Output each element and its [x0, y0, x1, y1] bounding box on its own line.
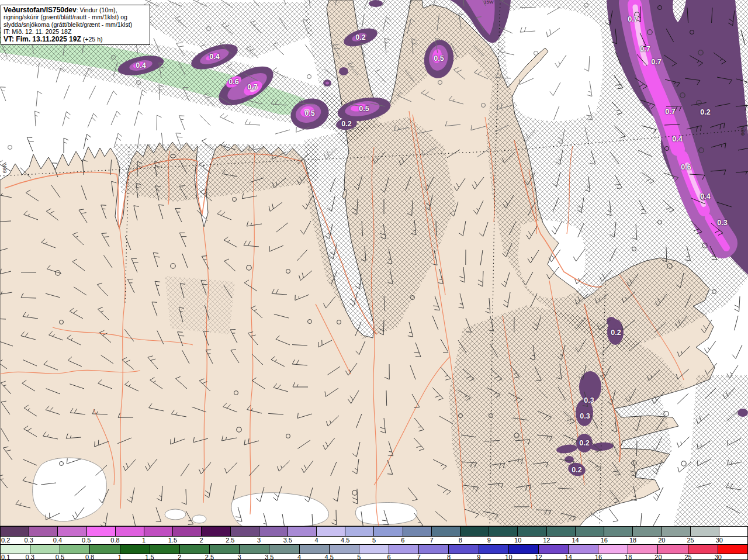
precip-value: 0.6 — [681, 163, 691, 171]
colorbar-tick-label: 14 — [572, 537, 579, 544]
colorbar-tick-label: 30 — [716, 537, 723, 544]
colorbar-tick-label: 2 — [200, 537, 203, 544]
valid-time: VT: Fim. 13.11.2025 19Z (+25 h) — [4, 36, 148, 43]
colorbar-cell — [90, 545, 120, 554]
colorbar-cell — [718, 545, 748, 554]
colorbar-cell — [240, 545, 269, 554]
precip-value: 0.2 — [700, 108, 710, 116]
colorbar-tick-label: 1 — [142, 537, 146, 544]
colorbar-cell — [116, 527, 144, 536]
colorbar-tick-label: 3.5 — [265, 554, 273, 560]
legend-line-rain: rigning/skúrir (grænt/blátt/rautt - mm/1… — [4, 13, 148, 20]
snow-colorbar — [0, 526, 748, 537]
weather-map-image: Veðurstofan/IS750dev: Vindur (10m), rign… — [0, 0, 748, 560]
colorbar-tick-label: 18 — [629, 537, 636, 544]
colorbar-cell — [403, 527, 432, 536]
colorbar-tick-label: 0.3 — [25, 537, 33, 544]
model-name: Veðurstofan/IS750dev — [4, 6, 77, 14]
colorbar-cell — [345, 527, 374, 536]
colorbar-tick-label: 20 — [658, 537, 665, 544]
colorbar-cell — [598, 545, 628, 554]
precip-value: 0.4 — [672, 135, 682, 143]
colorbar-tick-label: 0.8 — [85, 554, 94, 560]
colorbar-cell — [419, 545, 449, 554]
precip-value: 0.7 — [651, 58, 661, 66]
precip-value: 0.7 — [640, 45, 650, 53]
precip-value: 0.3 — [580, 412, 590, 420]
colorbar-cell — [576, 527, 604, 536]
colorbar-tick-label: 3 — [257, 537, 261, 544]
colorbar-legend: 0.20.30.40.50.811.522.533.544.5567891012… — [0, 526, 748, 560]
colorbar-cell — [29, 527, 58, 536]
colorbar-cell — [210, 545, 240, 554]
colorbar-cell — [604, 527, 633, 536]
rain-colorbar — [0, 544, 748, 554]
precip-value: 0.4 — [209, 53, 219, 61]
colorbar-cell — [547, 527, 576, 536]
colorbar-tick-label: 6 — [387, 554, 391, 560]
precip-value: 0.2 — [579, 439, 589, 447]
rain-colorbar-labels: 0.10.30.50.811.522.533.544.5567891012141… — [0, 554, 748, 560]
colorbar-tick-label: 12 — [535, 554, 542, 560]
longitude-label-top: 15W — [484, 0, 493, 5]
colorbar-tick-label: 30 — [715, 554, 722, 560]
colorbar-tick-label: 8 — [447, 554, 451, 560]
colorbar-tick-label: 4 — [314, 537, 318, 544]
colorbar-cell — [359, 545, 389, 554]
colorbar-cell — [0, 545, 30, 554]
colorbar-tick-label: 5 — [357, 554, 361, 560]
colorbar-tick-label: 9 — [477, 554, 480, 560]
colorbar-cell — [509, 545, 539, 554]
precip-value: 0.6 — [228, 78, 238, 86]
colorbar-cell — [120, 545, 150, 554]
colorbar-tick-label: 16 — [595, 554, 602, 560]
precip-value: 0.2 — [341, 120, 351, 128]
colorbar-cell — [87, 527, 116, 536]
precip-value: 0.5 — [304, 109, 314, 117]
colorbar-tick-label: 3 — [238, 554, 241, 560]
colorbar-cell — [269, 545, 299, 554]
colorbar-cell — [259, 527, 288, 536]
colorbar-cell — [539, 545, 569, 554]
colorbar-cell — [0, 527, 29, 536]
colorbar-cell — [662, 527, 690, 536]
colorbar-cell — [300, 545, 330, 554]
colorbar-tick-label: 2.5 — [226, 537, 234, 544]
colorbar-tick-label: 1.5 — [145, 554, 154, 560]
colorbar-tick-label: 7 — [417, 554, 421, 560]
precip-value: 0.2 — [611, 329, 621, 337]
colorbar-tick-label: 10 — [505, 554, 512, 560]
latitude-label-right: 66N — [740, 126, 746, 136]
colorbar-tick-label: 1.5 — [168, 537, 177, 544]
colorbar-cell — [688, 545, 718, 554]
colorbar-cell — [231, 527, 259, 536]
colorbar-cell — [202, 527, 230, 536]
colorbar-cell — [389, 545, 419, 554]
colorbar-cell — [518, 527, 546, 536]
colorbar-cell — [30, 545, 60, 554]
colorbar-tick-label: 7 — [430, 537, 433, 544]
precip-value: 0.4 — [700, 192, 710, 201]
colorbar-cell — [374, 527, 403, 536]
colorbar-cell — [658, 545, 688, 554]
colorbar-cell — [180, 545, 210, 554]
precip-value: 0.3 — [717, 219, 727, 227]
colorbar-tick-label: 2 — [178, 554, 181, 560]
precip-value: 0.5 — [434, 54, 444, 63]
colorbar-tick-label: 20 — [654, 554, 662, 560]
colorbar-tick-label: 1 — [118, 554, 122, 560]
colorbar-cell — [633, 527, 662, 536]
colorbar-cell — [449, 545, 479, 554]
precip-value: 0.7 — [247, 83, 257, 91]
map-info-box: Veðurstofan/IS750dev: Vindur (10m), rign… — [1, 5, 150, 45]
colorbar-tick-label: 0.5 — [82, 537, 91, 544]
colorbar-tick-label: 5 — [372, 537, 376, 544]
colorbar-tick-label: 4.5 — [341, 537, 349, 544]
precip-value: 0.2 — [572, 466, 581, 474]
colorbar-tick-label: 3.5 — [283, 537, 292, 544]
colorbar-cell — [150, 545, 180, 554]
colorbar-cell — [628, 545, 658, 554]
colorbar-cell — [288, 527, 317, 536]
snow-colorbar-labels: 0.20.30.40.50.811.522.533.544.5567891012… — [0, 537, 748, 544]
map-title-line: Veðurstofan/IS750dev: Vindur (10m), — [4, 6, 148, 13]
